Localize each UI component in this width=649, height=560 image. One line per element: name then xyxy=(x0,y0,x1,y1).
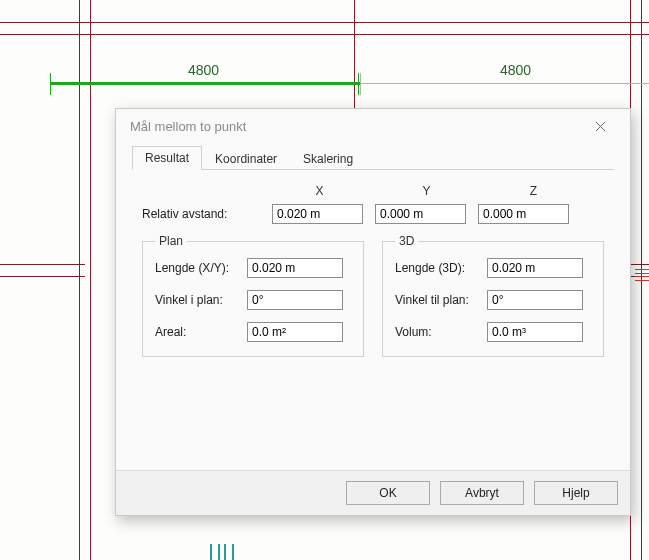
tab-skalering[interactable]: Skalering xyxy=(290,147,366,170)
window-symbol xyxy=(210,544,234,560)
wall-hatch xyxy=(635,269,649,281)
group-plan-legend: Plan xyxy=(155,234,187,248)
dimension-line[interactable] xyxy=(360,83,649,84)
tab-resultat[interactable]: Resultat xyxy=(132,146,202,170)
measure-dialog: Mål mellom to punkt Resultat Koordinater… xyxy=(115,108,631,516)
tab-koordinater[interactable]: Koordinater xyxy=(202,147,290,170)
group-3d-legend: 3D xyxy=(395,234,418,248)
plan-area-field[interactable] xyxy=(247,322,343,342)
column-header-x: X xyxy=(272,184,367,198)
column-header-z: Z xyxy=(486,184,581,198)
dimension-value: 4800 xyxy=(500,62,531,78)
threed-volume-label: Volum: xyxy=(395,325,487,339)
relative-z-field[interactable] xyxy=(478,204,569,224)
dimension-value: 4800 xyxy=(188,62,219,78)
close-icon[interactable] xyxy=(580,113,620,139)
group-plan: Plan Lengde (X/Y): Vinkel i plan: Areal: xyxy=(142,234,364,357)
ok-button[interactable]: OK xyxy=(346,481,430,505)
threed-angle-label: Vinkel til plan: xyxy=(395,293,487,307)
plan-area-label: Areal: xyxy=(155,325,247,339)
dialog-footer: OK Avbryt Hjelp xyxy=(116,470,630,515)
help-button[interactable]: Hjelp xyxy=(534,481,618,505)
dialog-title: Mål mellom to punkt xyxy=(130,119,246,134)
dimension-line-selected[interactable] xyxy=(50,82,360,85)
plan-length-label: Lengde (X/Y): xyxy=(155,261,247,275)
tabstrip: Resultat Koordinater Skalering xyxy=(132,143,614,170)
relative-distance-label: Relativ avstand: xyxy=(142,207,260,221)
plan-angle-label: Vinkel i plan: xyxy=(155,293,247,307)
threed-volume-field[interactable] xyxy=(487,322,583,342)
relative-y-field[interactable] xyxy=(375,204,466,224)
dialog-titlebar[interactable]: Mål mellom to punkt xyxy=(116,109,630,143)
threed-length-label: Lengde (3D): xyxy=(395,261,487,275)
threed-angle-field[interactable] xyxy=(487,290,583,310)
group-3d: 3D Lengde (3D): Vinkel til plan: Volum: xyxy=(382,234,604,357)
threed-length-field[interactable] xyxy=(487,258,583,278)
relative-x-field[interactable] xyxy=(272,204,363,224)
plan-length-field[interactable] xyxy=(247,258,343,278)
plan-angle-field[interactable] xyxy=(247,290,343,310)
cancel-button[interactable]: Avbryt xyxy=(440,481,524,505)
column-header-y: Y xyxy=(379,184,474,198)
